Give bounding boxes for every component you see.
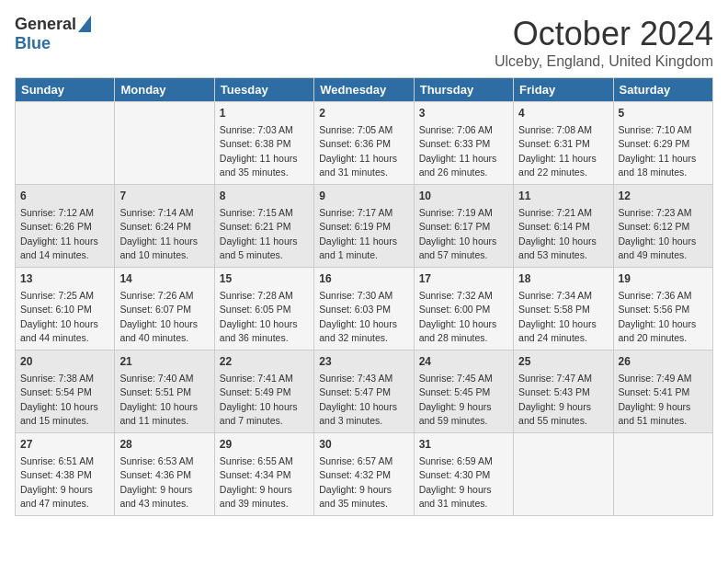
- calendar-cell: 25Sunrise: 7:47 AMSunset: 5:43 PMDayligh…: [514, 350, 613, 433]
- logo-general-text: General: [15, 15, 76, 34]
- sunset-text: Sunset: 6:26 PM: [20, 221, 92, 232]
- sunset-text: Sunset: 5:47 PM: [319, 386, 391, 397]
- calendar-week-row: 20Sunrise: 7:38 AMSunset: 5:54 PMDayligh…: [16, 350, 713, 433]
- sunset-text: Sunset: 5:49 PM: [220, 386, 291, 397]
- sunset-text: Sunset: 5:58 PM: [518, 304, 590, 315]
- day-number: 9: [319, 189, 408, 204]
- daylight-text: Daylight: 10 hours and 36 minutes.: [220, 318, 298, 343]
- sunrise-text: Sunrise: 7:36 AM: [619, 290, 692, 301]
- calendar-cell: 13Sunrise: 7:25 AMSunset: 6:10 PMDayligh…: [16, 268, 115, 350]
- location: Ulceby, England, United Kingdom: [495, 53, 713, 70]
- daylight-text: Daylight: 10 hours and 24 minutes.: [518, 318, 597, 343]
- header-friday: Friday: [514, 78, 613, 102]
- sunrise-text: Sunrise: 6:57 AM: [319, 455, 392, 466]
- sunrise-text: Sunrise: 7:06 AM: [419, 124, 493, 135]
- day-number: 12: [619, 189, 708, 204]
- daylight-text: Daylight: 9 hours and 47 minutes.: [20, 484, 93, 509]
- sunrise-text: Sunrise: 7:08 AM: [518, 124, 592, 135]
- sunrise-text: Sunrise: 7:05 AM: [319, 124, 392, 135]
- day-number: 6: [20, 189, 109, 204]
- daylight-text: Daylight: 9 hours and 59 minutes.: [419, 401, 492, 426]
- day-number: 5: [619, 106, 708, 121]
- header-thursday: Thursday: [414, 78, 513, 102]
- day-number: 30: [319, 437, 408, 453]
- day-number: 28: [119, 437, 209, 453]
- calendar-cell: 5Sunrise: 7:10 AMSunset: 6:29 PMDaylight…: [613, 102, 712, 185]
- day-number: 10: [419, 189, 508, 204]
- daylight-text: Daylight: 10 hours and 7 minutes.: [220, 401, 298, 426]
- daylight-text: Daylight: 11 hours and 5 minutes.: [220, 236, 298, 260]
- daylight-text: Daylight: 9 hours and 31 minutes.: [419, 484, 492, 509]
- calendar-cell: 28Sunrise: 6:53 AMSunset: 4:36 PMDayligh…: [115, 433, 214, 516]
- sunset-text: Sunset: 4:32 PM: [319, 469, 391, 480]
- calendar-cell: 29Sunrise: 6:55 AMSunset: 4:34 PMDayligh…: [214, 433, 313, 516]
- sunrise-text: Sunrise: 7:14 AM: [119, 207, 193, 218]
- sunset-text: Sunset: 6:31 PM: [518, 138, 590, 149]
- daylight-text: Daylight: 11 hours and 26 minutes.: [419, 153, 497, 178]
- daylight-text: Daylight: 9 hours and 39 minutes.: [220, 484, 292, 509]
- day-number: 18: [518, 271, 608, 287]
- header-sunday: Sunday: [16, 78, 115, 102]
- sunset-text: Sunset: 6:33 PM: [419, 138, 491, 149]
- day-number: 3: [419, 106, 508, 121]
- sunset-text: Sunset: 4:38 PM: [20, 469, 92, 480]
- sunset-text: Sunset: 6:14 PM: [518, 221, 590, 232]
- day-number: 23: [319, 354, 408, 370]
- daylight-text: Daylight: 11 hours and 18 minutes.: [619, 153, 697, 178]
- sunset-text: Sunset: 6:17 PM: [419, 221, 491, 232]
- day-number: 27: [20, 437, 109, 453]
- calendar-cell: 18Sunrise: 7:34 AMSunset: 5:58 PMDayligh…: [514, 268, 613, 350]
- calendar-cell: 11Sunrise: 7:21 AMSunset: 6:14 PMDayligh…: [514, 185, 613, 268]
- daylight-text: Daylight: 11 hours and 31 minutes.: [319, 153, 397, 178]
- calendar-cell: [115, 102, 214, 185]
- day-number: 14: [119, 271, 209, 287]
- daylight-text: Daylight: 11 hours and 22 minutes.: [518, 153, 597, 178]
- sunrise-text: Sunrise: 6:53 AM: [119, 455, 193, 466]
- calendar-cell: 9Sunrise: 7:17 AMSunset: 6:19 PMDaylight…: [314, 185, 414, 268]
- calendar-cell: [613, 433, 712, 516]
- daylight-text: Daylight: 10 hours and 20 minutes.: [619, 318, 697, 343]
- daylight-text: Daylight: 10 hours and 49 minutes.: [619, 236, 697, 260]
- daylight-text: Daylight: 10 hours and 57 minutes.: [419, 236, 497, 260]
- daylight-text: Daylight: 11 hours and 35 minutes.: [220, 153, 298, 178]
- sunrise-text: Sunrise: 7:23 AM: [619, 207, 692, 218]
- day-number: 19: [619, 271, 708, 287]
- calendar-cell: 12Sunrise: 7:23 AMSunset: 6:12 PMDayligh…: [613, 185, 712, 268]
- day-number: 26: [619, 354, 708, 370]
- calendar-cell: 21Sunrise: 7:40 AMSunset: 5:51 PMDayligh…: [115, 350, 214, 433]
- daylight-text: Daylight: 10 hours and 40 minutes.: [119, 318, 198, 343]
- sunset-text: Sunset: 6:38 PM: [220, 138, 291, 149]
- sunrise-text: Sunrise: 7:28 AM: [220, 290, 293, 301]
- day-number: 17: [419, 271, 508, 287]
- calendar-cell: 26Sunrise: 7:49 AMSunset: 5:41 PMDayligh…: [613, 350, 712, 433]
- day-number: 1: [220, 106, 309, 121]
- day-number: 29: [220, 437, 309, 453]
- sunset-text: Sunset: 4:36 PM: [119, 469, 191, 480]
- sunrise-text: Sunrise: 7:32 AM: [419, 290, 493, 301]
- calendar-week-row: 27Sunrise: 6:51 AMSunset: 4:38 PMDayligh…: [16, 433, 713, 516]
- day-number: 13: [20, 271, 109, 287]
- sunrise-text: Sunrise: 7:10 AM: [619, 124, 692, 135]
- calendar-cell: 24Sunrise: 7:45 AMSunset: 5:45 PMDayligh…: [414, 350, 513, 433]
- month-title: October 2024: [495, 15, 713, 53]
- daylight-text: Daylight: 9 hours and 55 minutes.: [518, 401, 591, 426]
- sunrise-text: Sunrise: 7:40 AM: [119, 373, 193, 384]
- sunset-text: Sunset: 6:19 PM: [319, 221, 391, 232]
- calendar-week-row: 13Sunrise: 7:25 AMSunset: 6:10 PMDayligh…: [16, 268, 713, 350]
- calendar-cell: 14Sunrise: 7:26 AMSunset: 6:07 PMDayligh…: [115, 268, 214, 350]
- sunset-text: Sunset: 6:03 PM: [319, 304, 391, 315]
- daylight-text: Daylight: 11 hours and 1 minute.: [319, 236, 397, 260]
- logo-triangle-icon: [78, 16, 91, 36]
- sunset-text: Sunset: 6:29 PM: [619, 138, 690, 149]
- sunrise-text: Sunrise: 7:38 AM: [20, 373, 94, 384]
- calendar-cell: 3Sunrise: 7:06 AMSunset: 6:33 PMDaylight…: [414, 102, 513, 185]
- sunset-text: Sunset: 5:41 PM: [619, 386, 690, 397]
- sunset-text: Sunset: 4:30 PM: [419, 469, 491, 480]
- calendar-cell: 1Sunrise: 7:03 AMSunset: 6:38 PMDaylight…: [214, 102, 313, 185]
- logo: General Blue: [15, 15, 91, 53]
- sunset-text: Sunset: 6:00 PM: [419, 304, 491, 315]
- daylight-text: Daylight: 10 hours and 53 minutes.: [518, 236, 597, 260]
- daylight-text: Daylight: 10 hours and 44 minutes.: [20, 318, 98, 343]
- calendar-cell: 2Sunrise: 7:05 AMSunset: 6:36 PMDaylight…: [314, 102, 414, 185]
- sunrise-text: Sunrise: 7:19 AM: [419, 207, 493, 218]
